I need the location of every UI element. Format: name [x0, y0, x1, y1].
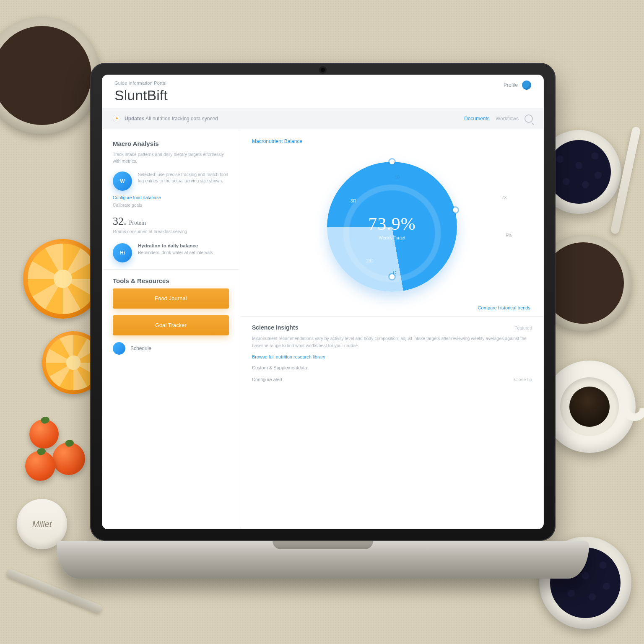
chart-tick: C [393, 270, 396, 275]
chart-segment-label: 28J [366, 258, 374, 263]
sidebar: Macro Analysis Track intake patterns and… [102, 129, 240, 529]
sidebar-metric-2: Hi Hydration to daily balance Reminders:… [113, 243, 229, 262]
sidebar-item-label: Schedule [130, 345, 151, 351]
chart-footer-link[interactable]: Compare historical trends [252, 305, 530, 310]
decor-tomato [52, 442, 85, 475]
lower-section: Science Insights Featured Micronutrient … [252, 324, 532, 382]
header-profile-link[interactable]: Profile [504, 82, 518, 88]
chart-marker [390, 159, 395, 164]
divider [102, 269, 240, 270]
laptop-screen-bezel: Guide Information Portal SluntBift Profi… [90, 63, 556, 541]
sidebar-link-configure[interactable]: Configure food database [113, 195, 229, 200]
metric-badge: W [113, 171, 132, 191]
lower-paragraph: Micronutrient recommendations vary by ac… [252, 335, 532, 349]
sidebar-big-number: 32.Protein [113, 215, 229, 228]
app-header: Guide Information Portal SluntBift Profi… [102, 75, 544, 108]
divider [240, 316, 544, 317]
chart-heading: Macronutrient Balance [252, 138, 532, 144]
lower-subheading: Custom & Supplementdata [252, 365, 532, 370]
metric-badge: Hi [113, 243, 132, 262]
lower-aside: Featured [514, 325, 532, 330]
lower-foot-left[interactable]: Configure alert [252, 377, 282, 382]
chart-center-label: Weekly Target [379, 236, 405, 240]
progress-ring: 73.9% Weekly Target 3R 28J [327, 162, 457, 292]
metric2-text: Reminders: drink water at set intervals [138, 249, 213, 256]
laptop-base [57, 541, 589, 579]
chart-marker [453, 208, 458, 213]
sidebar-metric-1: W Selected: use precise tracking and mat… [113, 171, 229, 191]
meta-bar: ✦ Updates All nutrition tracking data sy… [102, 108, 544, 129]
chart-tick: 10 [395, 174, 400, 179]
metabar-link[interactable]: Documents [464, 116, 490, 122]
laptop: Guide Information Portal SluntBift Profi… [90, 63, 556, 579]
main-panel: Macronutrient Balance 73.9% Weekly Targe… [240, 129, 544, 529]
food-journal-button[interactable]: Food Journal [113, 288, 229, 309]
decor-plant-pot [0, 17, 101, 134]
chart-segment-label: 3R [351, 198, 356, 203]
chart-tick: F% [506, 233, 512, 238]
metabar-muted: Workflows [496, 116, 519, 122]
metric2-title: Hydration to daily balance [138, 243, 213, 248]
search-icon[interactable] [525, 114, 533, 123]
sidebar-section-title: Macro Analysis [113, 140, 229, 147]
app-window: Guide Information Portal SluntBift Profi… [102, 75, 544, 529]
lower-title: Science Insights [252, 324, 298, 331]
status-icon: ✦ [113, 115, 120, 122]
status-prefix: Updates [125, 116, 144, 122]
globe-icon[interactable] [522, 80, 531, 90]
lower-link[interactable]: Browse full nutrition research library [252, 354, 532, 359]
sidebar-section2-title: Tools & Resources [113, 277, 229, 284]
decor-coffee-cup [543, 361, 636, 453]
lower-foot-right[interactable]: Close tip [514, 377, 532, 382]
metric-text: Selected: use precise tracking and match… [138, 171, 229, 185]
progress-chart: 73.9% Weekly Target 3R 28J 10 7X F% [252, 149, 532, 304]
header-eyebrow: Guide Information Portal [114, 80, 168, 86]
dot-icon [113, 342, 125, 355]
chart-tick: 7X [502, 195, 507, 200]
big-number-sub: Grams consumed at breakfast serving [113, 229, 229, 235]
webcam-dot [321, 68, 325, 72]
sidebar-section-sub: Track intake patterns and daily dietary … [113, 151, 229, 165]
sidebar-item-schedule[interactable]: Schedule [113, 342, 229, 355]
decor-tomato [25, 451, 55, 481]
big-number-unit: Protein [129, 220, 146, 226]
decor-tomato [29, 419, 59, 449]
goal-tracker-button[interactable]: Goal Tracker [113, 315, 229, 335]
app-brand: SluntBift [114, 87, 168, 104]
chart-center-value: 73.9% [368, 214, 416, 234]
sidebar-link-calibrate[interactable]: Calibrate goals [113, 203, 229, 208]
big-number-value: 32. [113, 215, 127, 227]
status-text: All nutrition tracking data synced [145, 116, 218, 122]
